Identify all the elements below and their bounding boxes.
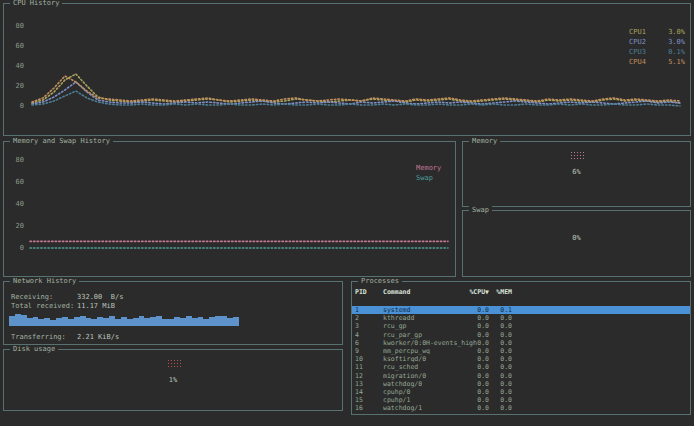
table-row[interactable]: 14cpuhp/00.00.0 [352,388,690,396]
process-pid: 12 [355,372,381,380]
process-pid: 9 [355,347,381,355]
y-tick-label: 80 [8,22,24,30]
process-pid: 14 [355,388,381,396]
process-cpu: 0.0 [447,380,489,388]
receiving-label: Receiving: [11,293,77,301]
process-cpu: 0.0 [447,331,489,339]
table-row[interactable]: 3rcu_gp0.00.0 [352,322,690,330]
cpu-history-chart [28,18,688,118]
network-bar [233,317,239,326]
process-mem: 0.0 [491,404,512,412]
process-mem: 0.0 [491,355,512,363]
y-tick-label: 0 [8,102,24,110]
y-tick-label: 60 [8,178,24,186]
table-row[interactable]: 10ksoftirqd/00.00.0 [352,355,690,363]
processes-table: 1systemd0.00.12kthreadd0.00.03rcu_gp0.00… [352,306,690,412]
process-mem: 0.0 [491,372,512,380]
process-mem: 0.0 [491,331,512,339]
process-cpu: 0.0 [447,404,489,412]
network-transferring-line: Transferring:2.21 KiB/s [11,333,119,341]
y-tick-label: 80 [8,156,24,164]
network-history-title: Network History [10,277,79,286]
memory-usage-dots-icon [570,151,585,160]
process-pid: 4 [355,331,381,339]
network-history-panel: Network History Receiving:332.00 B/s Tot… [3,281,343,345]
total-received-value: 11.17 MiB [77,302,115,310]
memory-swap-legend-item: Swap [416,173,441,183]
process-mem: 0.0 [491,314,512,322]
process-cpu: 0.0 [447,363,489,371]
process-pid: 1 [355,306,381,314]
receiving-value: 332.00 B/s [77,293,123,301]
swap-gauge-title: Swap [469,206,492,215]
network-receiving-line: Receiving:332.00 B/s [11,293,123,301]
y-tick-label: 0 [8,244,24,252]
process-mem: 0.1 [491,306,512,314]
process-pid: 2 [355,314,381,322]
cpu-legend-item: CPU13.0% [629,27,685,37]
process-cpu: 0.0 [447,396,489,404]
network-total-line: Total received:11.17 MiB [11,302,115,310]
cpu-history-panel: CPU History 806040200 CPU13.0%CPU23.0%CP… [3,3,691,136]
table-row[interactable]: 15cpuhp/10.00.0 [352,396,690,404]
swap-gauge-panel: Swap 0% [462,210,691,277]
process-pid: 10 [355,355,381,363]
table-row[interactable]: 16watchdog/10.00.0 [352,404,690,412]
processes-header-row: PIDCommand%CPU▼%MEM [352,288,690,296]
process-mem: 0.0 [491,322,512,330]
process-cpu: 0.0 [447,355,489,363]
swap-usage-value: 0% [463,234,690,242]
processes-column-header[interactable]: %CPU▼ [447,288,489,296]
processes-panel: Processes PIDCommand%CPU▼%MEM 1systemd0.… [351,281,691,415]
disk-usage-panel: Disk usage 1% [3,349,343,411]
process-mem: 0.0 [491,347,512,355]
memory-gauge-panel: Memory 6% [462,141,691,207]
process-mem: 0.0 [491,339,512,347]
disk-usage-dots-icon [167,359,182,368]
process-cpu: 0.0 [447,339,489,347]
disk-usage-value: 1% [4,376,342,384]
table-row[interactable]: 9mm_percpu_wq0.00.0 [352,347,690,355]
cpu-legend-item: CPU30.1% [629,47,685,57]
process-cpu: 0.0 [447,347,489,355]
process-cpu: 0.0 [447,314,489,322]
table-row[interactable]: 6kworker/0:0H-events_high0.00.0 [352,339,690,347]
network-sparkline-chart [9,313,239,326]
table-row[interactable]: 1systemd0.00.1 [352,306,690,314]
process-cpu: 0.0 [447,372,489,380]
y-tick-label: 60 [8,42,24,50]
transferring-value: 2.21 KiB/s [77,333,119,341]
memory-swap-history-chart [28,152,452,266]
table-row[interactable]: 12migration/00.00.0 [352,372,690,380]
processes-column-header[interactable]: %MEM [491,288,512,296]
transferring-label: Transferring: [11,333,77,341]
y-tick-label: 40 [8,200,24,208]
table-row[interactable]: 11rcu_sched0.00.0 [352,363,690,371]
process-pid: 6 [355,339,381,347]
process-pid: 11 [355,363,381,371]
process-cpu: 0.0 [447,306,489,314]
memory-usage-value: 6% [463,168,690,176]
y-tick-label: 40 [8,62,24,70]
process-cpu: 0.0 [447,322,489,330]
y-tick-label: 20 [8,222,24,230]
cpu-legend-item: CPU45.1% [629,57,685,67]
disk-usage-title: Disk usage [10,345,58,354]
process-mem: 0.0 [491,380,512,388]
processes-column-header[interactable]: PID [355,288,381,296]
process-mem: 0.0 [491,388,512,396]
process-cpu: 0.0 [447,388,489,396]
memory-swap-legend-item: Memory [416,163,441,173]
memory-gauge-title: Memory [469,137,500,146]
table-row[interactable]: 4rcu_par_gp0.00.0 [352,331,690,339]
processes-title: Processes [358,277,402,286]
cpu-history-title: CPU History [10,0,62,8]
table-row[interactable]: 2kthreadd0.00.0 [352,314,690,322]
y-tick-label: 20 [8,82,24,90]
total-received-label: Total received: [11,302,77,310]
table-row[interactable]: 13watchdog/00.00.0 [352,380,690,388]
process-pid: 13 [355,380,381,388]
memory-swap-legend: MemorySwap [416,163,441,183]
process-pid: 15 [355,396,381,404]
memory-swap-history-panel: Memory and Swap History 806040200 Memory… [3,141,456,277]
